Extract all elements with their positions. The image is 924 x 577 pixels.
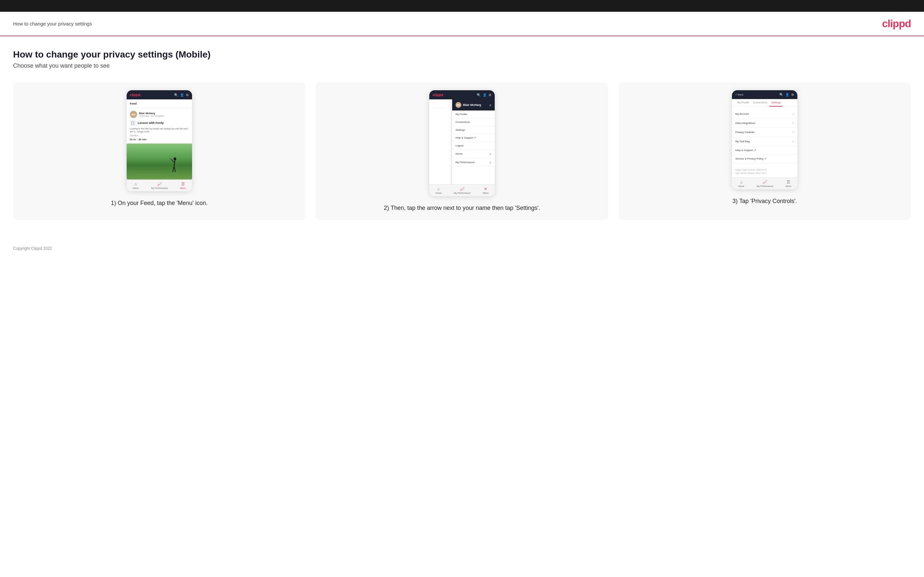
feed-header: Feed [127,99,192,108]
lesson-icon: 📋 [130,120,136,126]
back-button[interactable]: < Back [735,93,743,96]
menu-icon-1: ☰ [181,182,185,186]
duration-label: Duration [130,134,189,137]
menu-item-logout[interactable]: Logout [452,142,495,150]
version-gql: GQL Server Version: 2022.7.30-1 [735,172,794,175]
screen2-bg: Feed Post content... BM Blair McHarg ∧ M… [429,99,495,184]
version-client: Clippd Client Version: 2022.8.3-3 [735,168,794,172]
settings-row-service[interactable]: Service & Privacy Policy ↗ [732,155,797,163]
chart-icon-3: 📈 [762,180,767,184]
settings-row-my-account[interactable]: My Account > [732,110,797,119]
phone-mockup-1: clippd 🔍 👤 ⚙ Feed BM Blair McHarg [127,90,192,191]
tab-settings[interactable]: Settings [769,99,783,106]
step-3-caption: 3) Tap 'Privacy Controls'. [733,197,797,205]
step-1-caption: 1) On your Feed, tap the 'Menu' icon. [111,199,208,207]
phone-icons-1: 🔍 👤 ⚙ [174,93,189,97]
breadcrumb: How to change your privacy settings [13,21,92,26]
tab-my-profile[interactable]: My Profile [735,99,751,106]
feed-user-date: Yesterday · Sunningdale [139,115,164,117]
menu-item-home[interactable]: Home ∨ [452,150,495,158]
tab-connections[interactable]: Connections [751,99,769,106]
settings-row-privacy-controls[interactable]: Privacy Controls > [732,128,797,137]
settings-row-data-integrations[interactable]: Data Integrations > [732,119,797,128]
chevron-right-icon-1: > [792,112,794,116]
golfer-silhouette [169,156,179,176]
tab-home-2[interactable]: ⌂ Home [436,187,442,194]
menu-user-row[interactable]: BM Blair McHarg ∧ [452,99,495,111]
settings-row-help[interactable]: Help & Support ↗ [732,146,797,155]
tab-close-2[interactable]: ✕ Menu [483,187,489,194]
home-icon-3: ⌂ [740,180,742,184]
data-integrations-label: Data Integrations [735,122,755,124]
top-bar [0,0,924,12]
settings-row-my-golf-bag[interactable]: My Golf Bag > [732,137,797,146]
user-icon-2: 👤 [483,93,486,97]
chevron-down-icon: ∨ [489,152,491,156]
menu-item-settings[interactable]: Settings [452,126,495,134]
menu-user-name: Blair McHarg [463,103,481,106]
duration-value: 01 hr : 30 min [130,138,189,141]
tab-home-label-2: Home [436,192,442,194]
feed-post: BM Blair McHarg Yesterday · Sunningdale … [127,108,192,143]
menu-item-my-profile[interactable]: My Profile [452,111,495,118]
menu-item-my-performance[interactable]: My Performance ∨ [452,158,495,167]
search-icon-3: 🔍 [779,93,783,97]
phone-icons-3: 🔍 👤 ⚙ [779,93,794,97]
phone-bottom-1: ⌂ Home 📈 My Performance ☰ Menu [127,179,192,191]
feed-lesson-header: 📋 Lesson with Fordy [130,120,189,126]
settings-back-bar: < Back 🔍 👤 ⚙ [732,90,797,99]
tab-performance-2[interactable]: 📈 My Performance [454,187,470,194]
help-support-label: Help & Support ↗ [735,149,756,152]
main-content: How to change your privacy settings (Mob… [0,36,924,240]
tab-menu-3[interactable]: ☰ Menu [786,180,792,187]
search-icon: 🔍 [174,93,178,97]
feed-user-name: Blair McHarg [139,112,164,115]
copyright: Copyright Clippd 2022 [13,246,52,251]
phone-nav-1: clippd 🔍 👤 ⚙ [127,90,192,99]
page-title: How to change your privacy settings (Mob… [13,49,911,60]
phone-logo-1: clippd [130,93,141,97]
menu-home-label: Home [456,152,462,155]
step-1-card: clippd 🔍 👤 ⚙ Feed BM Blair McHarg [13,82,305,220]
phone-mockup-3: < Back 🔍 👤 ⚙ My Profile Connections Sett… [732,90,797,189]
phone-mockup-2: clippd 🔍 👤 ⚙ Feed Post content... [429,90,495,196]
tab-performance-1[interactable]: 📈 My Performance [151,182,168,189]
tab-home-3[interactable]: ⌂ Home [738,180,745,187]
tab-menu-label-3: Menu [786,185,792,187]
search-icon-2: 🔍 [477,93,481,97]
menu-item-help[interactable]: Help & Support ↗ [452,134,495,142]
tab-performance-label-1: My Performance [151,187,168,189]
settings-tabs: My Profile Connections Settings [732,99,797,107]
privacy-controls-label: Privacy Controls [735,131,754,134]
phone-bottom-3: ⌂ Home 📈 My Performance ☰ Menu [732,177,797,189]
service-privacy-label: Service & Privacy Policy ↗ [735,157,766,160]
tab-menu-label-1: Menu [180,187,186,189]
svg-line-3 [170,158,171,159]
svg-line-1 [174,160,175,166]
tab-home-1[interactable]: ⌂ Home [132,182,139,189]
footer: Copyright Clippd 2022 [0,240,924,257]
page-subtitle: Choose what you want people to see [13,63,911,69]
tab-performance-label-2: My Performance [454,192,470,194]
chart-icon-2: 📈 [460,187,465,191]
menu-performance-label: My Performance [456,161,475,164]
my-golf-bag-label: My Golf Bag [735,140,750,143]
svg-line-4 [173,166,174,172]
settings-version: Clippd Client Version: 2022.8.3-3 GQL Se… [732,166,797,177]
user-icon-3: 👤 [785,93,789,97]
phone-icons-2: 🔍 👤 ⚙ [477,93,491,97]
step-3-card: < Back 🔍 👤 ⚙ My Profile Connections Sett… [619,82,911,220]
phone-bottom-2: ⌂ Home 📈 My Performance ✕ Menu [429,184,495,196]
svg-line-2 [171,160,174,163]
avatar-1: BM [130,111,137,118]
tab-performance-3[interactable]: 📈 My Performance [756,180,773,187]
chart-icon-1: 📈 [157,182,162,186]
close-icon-2: ✕ [484,187,487,191]
feed-user: BM Blair McHarg Yesterday · Sunningdale [130,111,189,118]
settings-list: My Account > Data Integrations > Privacy… [732,110,797,163]
svg-line-5 [174,166,175,172]
chevron-down-icon-2: ∨ [489,161,491,164]
menu-item-connections[interactable]: Connections [452,118,495,126]
tab-menu-label-2: Menu [483,192,489,194]
tab-menu-1[interactable]: ☰ Menu [180,182,186,189]
